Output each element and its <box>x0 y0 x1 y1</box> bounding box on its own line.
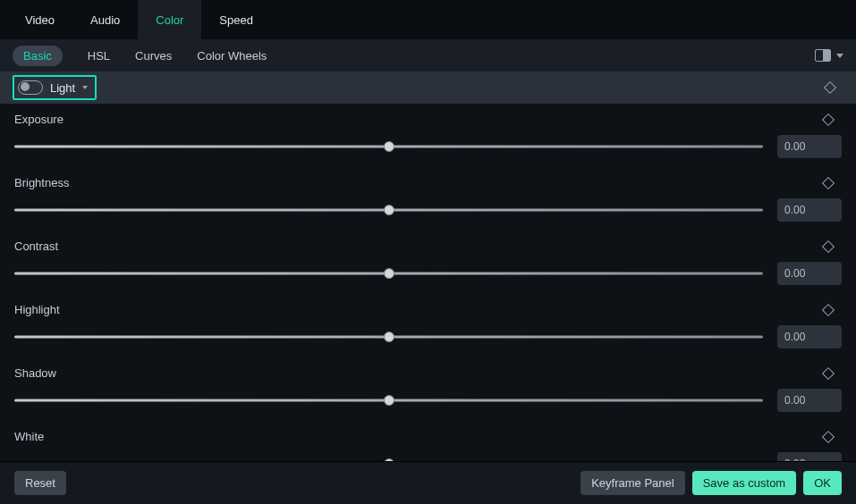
param-shadow: Shadow 0.00 <box>0 361 856 424</box>
reset-button[interactable]: Reset <box>14 471 66 495</box>
highlight-value-input[interactable]: 0.00 <box>777 325 842 349</box>
keyframe-panel-button[interactable]: Keyframe Panel <box>581 471 685 495</box>
param-label: White <box>14 430 44 443</box>
white-value-input[interactable]: 0.00 <box>777 452 842 461</box>
tab-audio[interactable]: Audio <box>72 0 138 39</box>
footer: Reset Keyframe Panel Save as custom OK <box>0 461 856 504</box>
param-brightness: Brightness 0.00 <box>0 171 856 234</box>
white-slider[interactable] <box>14 457 763 461</box>
subtab-basic[interactable]: Basic <box>13 46 63 66</box>
sub-tabs: Basic HSL Curves Color Wheels <box>0 39 856 71</box>
keyframe-icon[interactable] <box>822 176 835 189</box>
subtab-curves[interactable]: Curves <box>135 49 172 63</box>
keyframe-icon[interactable] <box>822 430 835 442</box>
subtab-hsl[interactable]: HSL <box>88 49 110 63</box>
exposure-value-input[interactable]: 0.00 <box>777 135 842 158</box>
tab-speed[interactable]: Speed <box>201 0 271 39</box>
param-label: Exposure <box>14 113 64 126</box>
param-contrast: Contrast 0.00 <box>0 234 856 298</box>
keyframe-icon[interactable] <box>822 366 835 379</box>
tab-video[interactable]: Video <box>7 0 72 39</box>
exposure-slider[interactable] <box>14 139 763 154</box>
param-label: Shadow <box>14 366 56 380</box>
section-header-light: Light <box>0 71 856 104</box>
keyframe-icon[interactable] <box>822 303 835 315</box>
shadow-slider[interactable] <box>14 393 763 407</box>
contrast-value-input[interactable]: 0.00 <box>777 262 842 285</box>
tab-color[interactable]: Color <box>138 0 201 39</box>
highlight-slider[interactable] <box>14 330 763 344</box>
param-label: Brightness <box>14 176 69 189</box>
light-section-label: Light <box>50 81 75 95</box>
light-keyframe-icon[interactable] <box>824 81 836 94</box>
param-highlight: Highlight 0.00 <box>0 298 856 361</box>
compare-dropdown-icon[interactable] <box>836 54 843 58</box>
save-as-custom-button[interactable]: Save as custom <box>692 471 797 495</box>
contrast-slider[interactable] <box>14 266 763 281</box>
subtab-colorwheels[interactable]: Color Wheels <box>197 49 267 63</box>
light-collapse-icon[interactable] <box>82 86 88 89</box>
keyframe-icon[interactable] <box>822 239 835 252</box>
param-white: White 0.00 <box>0 424 856 461</box>
param-label: Highlight <box>14 303 60 316</box>
brightness-value-input[interactable]: 0.00 <box>777 198 842 222</box>
compare-view-icon[interactable] <box>815 49 831 62</box>
shadow-value-input[interactable]: 0.00 <box>777 389 842 412</box>
light-enable-toggle[interactable] <box>18 80 43 95</box>
param-label: Contrast <box>14 239 58 253</box>
params-scroll-area[interactable]: Exposure 0.00 Brightness 0.00 Contrast <box>0 104 856 461</box>
param-exposure: Exposure 0.00 <box>0 107 856 171</box>
light-section-toggle-group: Light <box>13 75 97 100</box>
brightness-slider[interactable] <box>14 203 763 217</box>
top-tabs: Video Audio Color Speed <box>0 0 856 39</box>
ok-button[interactable]: OK <box>803 471 842 495</box>
keyframe-icon[interactable] <box>822 113 835 125</box>
